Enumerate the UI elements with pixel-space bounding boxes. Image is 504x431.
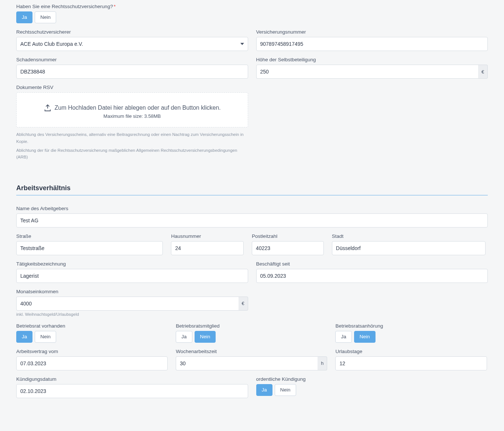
required-asterisk: * xyxy=(114,4,116,9)
income-input[interactable] xyxy=(16,297,239,311)
ordinary-termination-yes[interactable]: Ja xyxy=(256,384,272,396)
policy-no-label: Versicherungsnummer xyxy=(256,29,488,35)
deductible-input[interactable] xyxy=(256,65,479,79)
job-title-label: Tätigkeitsbezeichnung xyxy=(16,261,248,267)
vacation-input[interactable] xyxy=(335,356,487,370)
street-label: Straße xyxy=(16,233,163,239)
section-employment-title: Arbeitsverhältnis xyxy=(16,184,488,192)
house-no-input[interactable] xyxy=(171,241,244,255)
works-council-exists-yes[interactable]: Ja xyxy=(16,331,32,343)
weekly-hours-input[interactable] xyxy=(176,356,318,370)
upload-icon xyxy=(44,104,52,112)
contract-from-label: Arbeitsvertrag vom xyxy=(16,349,168,354)
rsv-question-label: Haben Sie eine Rechtsschutzversicherung?… xyxy=(16,4,488,9)
upload-text: Zum Hochladen Datei hier ablegen oder au… xyxy=(55,105,221,111)
claim-no-input[interactable] xyxy=(16,65,248,79)
works-council-member-no[interactable]: Nein xyxy=(195,331,216,343)
upload-dropzone[interactable]: Zum Hochladen Datei hier ablegen oder au… xyxy=(16,92,248,127)
employer-label: Name des Arbeitgebers xyxy=(16,206,488,211)
employed-since-input[interactable] xyxy=(256,269,488,283)
employer-input[interactable] xyxy=(16,213,488,228)
street-input[interactable] xyxy=(16,241,163,255)
contract-from-input[interactable] xyxy=(16,356,168,370)
works-council-hearing-yes[interactable]: Ja xyxy=(335,331,352,343)
zip-input[interactable] xyxy=(252,241,324,255)
ordinary-termination-label: ordentliche Kündigung xyxy=(256,376,488,382)
documents-rsv-label: Dokumente RSV xyxy=(16,85,248,90)
insurer-select[interactable]: ACE Auto Club Europa e.V. xyxy=(16,37,248,51)
works-council-member-label: Betriebsratsmitglied xyxy=(176,323,327,329)
city-input[interactable] xyxy=(332,241,486,255)
rsv-no-button[interactable]: Nein xyxy=(35,11,56,23)
city-label: Stadt xyxy=(332,233,486,239)
termination-date-input[interactable] xyxy=(16,384,248,398)
employed-since-label: Beschäftigt seit xyxy=(256,261,488,267)
zip-label: Postleitzahl xyxy=(252,233,324,239)
works-council-hearing-no[interactable]: Nein xyxy=(354,331,376,343)
weekly-hours-label: Wochenarbeitszeit xyxy=(176,349,327,354)
upload-help-2: Ablichtung der für die Rechtsschutzversi… xyxy=(16,147,248,161)
house-no-label: Hausnummer xyxy=(171,233,244,239)
policy-no-input[interactable] xyxy=(256,37,488,51)
insurer-label: Rechtsschutzversicherer xyxy=(16,29,248,35)
rsv-yes-button[interactable]: Ja xyxy=(16,11,32,23)
euro-addon: € xyxy=(239,297,248,311)
claim-no-label: Schadensnummer xyxy=(16,57,248,62)
euro-addon: € xyxy=(478,65,488,79)
ordinary-termination-group: Ja Nein xyxy=(256,384,488,396)
termination-date-label: Kündigungsdatum xyxy=(16,376,248,382)
works-council-member-yes[interactable]: Ja xyxy=(176,331,192,343)
rsv-question-group: Ja Nein xyxy=(16,11,488,23)
ordinary-termination-no[interactable]: Nein xyxy=(275,384,296,396)
works-council-hearing-label: Betriebsratsanhörung xyxy=(335,323,487,329)
income-hint: inkl. Weihnachtsgeld/Urlaubsgeld xyxy=(16,312,248,317)
works-council-exists-group: Ja Nein xyxy=(16,331,168,343)
income-label: Monatseinkommen xyxy=(16,289,248,294)
upload-help-1: Ablichtung des Versicherungsscheins, alt… xyxy=(16,131,248,145)
upload-size-hint: Maximum file size: 3.58MB xyxy=(20,113,244,119)
deductible-label: Höhe der Selbstbeteiligung xyxy=(256,57,488,62)
job-title-input[interactable] xyxy=(16,269,248,283)
works-council-hearing-group: Ja Nein xyxy=(335,331,487,343)
vacation-label: Urlaubstage xyxy=(335,349,487,354)
section-divider xyxy=(16,195,488,195)
hours-addon: h xyxy=(318,356,327,370)
works-council-exists-label: Betriebsrat vorhanden xyxy=(16,323,168,329)
works-council-exists-no[interactable]: Nein xyxy=(35,331,56,343)
works-council-member-group: Ja Nein xyxy=(176,331,327,343)
